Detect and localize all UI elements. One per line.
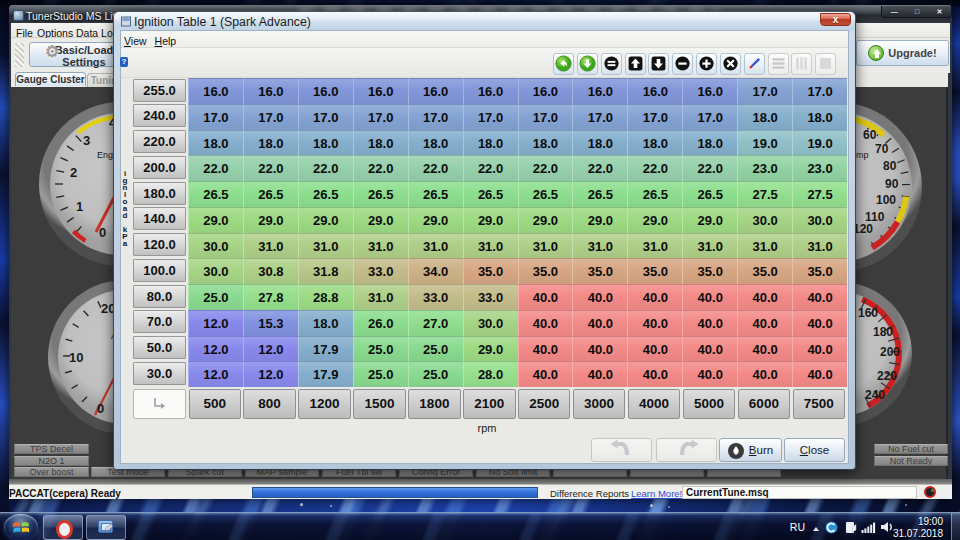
svg-text:100: 100 (876, 193, 896, 207)
svg-text:240: 240 (865, 388, 885, 402)
svg-text:0: 0 (97, 401, 104, 416)
svg-text:200: 200 (880, 345, 900, 359)
svg-text:90: 90 (885, 177, 899, 191)
svg-text:160: 160 (858, 306, 878, 320)
svg-text:Eng: Eng (97, 150, 113, 160)
svg-text:180: 180 (873, 325, 893, 339)
svg-text:10: 10 (69, 350, 83, 365)
svg-text:0: 0 (99, 225, 106, 240)
svg-text:60: 60 (863, 128, 877, 142)
svg-text:1: 1 (76, 199, 83, 214)
svg-text:3: 3 (83, 133, 90, 148)
svg-text:80: 80 (883, 159, 897, 173)
svg-text:70: 70 (875, 142, 889, 156)
svg-text:2: 2 (70, 165, 77, 180)
svg-text:mp: mp (856, 150, 869, 160)
svg-text:220: 220 (877, 369, 897, 383)
svg-text:120: 120 (855, 222, 873, 236)
